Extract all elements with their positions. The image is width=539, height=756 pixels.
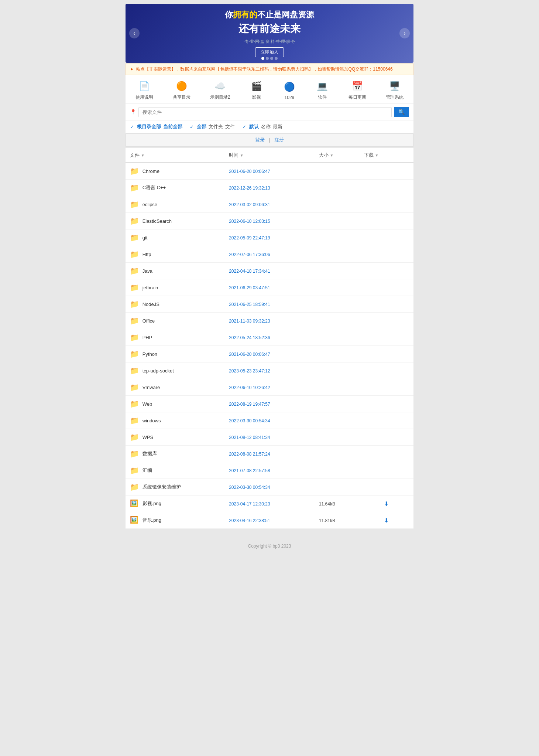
file-name[interactable]: Http [143, 252, 151, 257]
file-size-cell [315, 462, 360, 479]
file-name[interactable]: 系统镜像安装维护 [143, 484, 181, 490]
banner-subtitle: ·专·业·网·盘·资·料·整·理·服·务 [225, 39, 314, 44]
notice-icon: ● [130, 67, 133, 72]
quick-link-video[interactable]: 🎬 影视 [250, 79, 263, 101]
folder-icon: 📁 [130, 399, 139, 408]
quick-link-daily[interactable]: 📅 每日更新 [349, 79, 366, 101]
file-name[interactable]: C语言 C++ [143, 185, 166, 190]
file-size: 11.64kB [319, 501, 335, 507]
share-icon: 🟠 [175, 79, 188, 93]
file-name[interactable]: eclipse [143, 202, 157, 207]
col-header-file[interactable]: 文件 ▼ [126, 148, 224, 163]
quick-link-1029[interactable]: 🔵 1029 [283, 80, 296, 100]
filter-sort-default[interactable]: 默认 [249, 123, 259, 130]
file-name[interactable]: Chrome [143, 168, 159, 174]
col-time-label: 时间 [229, 152, 238, 158]
download-cell [360, 296, 413, 313]
filter-sort-name[interactable]: 名称 [261, 123, 271, 130]
banner-dot-3[interactable] [270, 57, 273, 60]
auth-bar: 登录 | 注册 [126, 133, 413, 147]
col-header-time[interactable]: 时间 ▼ [224, 148, 315, 163]
quick-link-share[interactable]: 🟠 共享目录 [173, 79, 190, 101]
file-name[interactable]: jetbrain [143, 285, 158, 290]
file-time: 2023-04-16 22:38:51 [229, 518, 270, 523]
file-time: 2022-03-30 00:54:34 [229, 485, 270, 490]
file-icon: 🖼️ [130, 499, 139, 508]
banner-dot-2[interactable] [266, 57, 269, 60]
col-header-size[interactable]: 大小 ▼ [315, 148, 360, 163]
file-time-cell: 2021-06-25 18:59:41 [224, 296, 315, 313]
file-name[interactable]: 影视.png [143, 501, 161, 506]
download-cell [360, 329, 413, 346]
download-cell [360, 229, 413, 246]
folder-icon: 📁 [130, 416, 139, 425]
file-name[interactable]: Office [143, 318, 155, 324]
quick-link-admin[interactable]: 🖥️ 管理系统 [386, 79, 404, 101]
quick-link-usage[interactable]: 📄 使用说明 [135, 79, 153, 101]
file-name[interactable]: Web [143, 401, 152, 407]
filter-type-all[interactable]: 全部 [197, 123, 206, 130]
file-time: 2022-08-19 19:47:57 [229, 402, 270, 407]
file-time: 2021-06-29 03:47:51 [229, 285, 270, 290]
col-header-download[interactable]: 下载 ▼ [360, 148, 413, 163]
file-time: 2022-08-08 21:57:24 [229, 452, 270, 457]
filter-type-folder[interactable]: 文件夹 [209, 123, 223, 130]
filter-root-all[interactable]: 根目录全部 [137, 123, 161, 130]
file-name[interactable]: PHP [143, 335, 152, 340]
file-icon: 🖼️ [130, 516, 139, 525]
daily-icon: 📅 [351, 79, 364, 93]
file-time: 2023-04-17 12:30:23 [229, 501, 270, 507]
download-button[interactable]: ⬇ [384, 501, 389, 507]
file-size-cell [315, 412, 360, 429]
banner-join-button[interactable]: 立即加入 [255, 47, 284, 57]
file-time-cell: 2021-07-08 22:57:58 [224, 462, 315, 479]
quick-link-demo[interactable]: ☁️ 示例目录2 [210, 79, 230, 101]
filter-sort-newest[interactable]: 最新 [273, 123, 282, 130]
folder-icon: 📁 [130, 433, 139, 442]
file-size-cell [315, 313, 360, 329]
file-time: 2022-05-24 18:52:36 [229, 335, 270, 340]
search-input[interactable] [138, 107, 392, 117]
banner-dot-1[interactable] [261, 57, 264, 60]
quick-link-share-label: 共享目录 [173, 94, 190, 101]
file-name[interactable]: tcp-udp-socket [143, 368, 174, 374]
file-name[interactable]: Vmware [143, 385, 160, 390]
banner-prev-button[interactable]: ‹ [129, 28, 140, 38]
quick-link-software[interactable]: 💻 软件 [316, 79, 329, 101]
file-name[interactable]: 汇编 [143, 467, 152, 473]
table-row: 📁 tcp-udp-socket 2023-05-23 23:47:12 [126, 362, 413, 379]
admin-icon: 🖥️ [388, 79, 401, 93]
file-name[interactable]: Java [143, 268, 152, 274]
folder-icon: 📁 [130, 300, 139, 309]
table-row: 📁 系统镜像安装维护 2022-03-30 00:54:34 [126, 479, 413, 496]
file-time-cell: 2023-04-17 12:30:23 [224, 496, 315, 512]
file-name[interactable]: Python [143, 351, 157, 357]
download-cell [360, 196, 413, 213]
download-cell [360, 313, 413, 329]
scope-check-icon-1: ✓ [130, 124, 134, 130]
file-name[interactable]: git [143, 235, 148, 241]
file-name[interactable]: WPS [143, 435, 154, 440]
file-name[interactable]: windows [143, 418, 161, 423]
banner-next-button[interactable]: › [399, 28, 410, 38]
file-time: 2022-12-26 19:32:13 [229, 185, 270, 191]
filter-current-all[interactable]: 当前全部 [163, 123, 182, 130]
search-button[interactable]: 🔍 [394, 107, 409, 117]
file-time: 2022-06-10 12:03:15 [229, 219, 270, 224]
filter-type-file[interactable]: 文件 [225, 123, 235, 130]
banner-dot-4[interactable] [275, 57, 278, 60]
file-size-cell [315, 362, 360, 379]
filters-bar: ✓ 根目录全部 当前全部 ✓ 全部 文件夹 文件 ✓ 默认 名称 最新 [126, 120, 413, 133]
file-name[interactable]: 音乐.png [143, 517, 161, 523]
file-name[interactable]: 数据库 [143, 451, 157, 456]
table-row: 📁 git 2022-05-09 22:47:19 [126, 229, 413, 246]
col-file-sort-icon: ▼ [141, 153, 145, 157]
register-link[interactable]: 注册 [274, 137, 284, 143]
file-name[interactable]: ElasticSearch [143, 218, 172, 224]
download-button[interactable]: ⬇ [384, 517, 389, 524]
login-link[interactable]: 登录 [255, 137, 265, 143]
file-name[interactable]: NodeJS [143, 302, 159, 307]
folder-icon: 📁 [130, 383, 139, 392]
file-time: 2022-04-18 17:34:41 [229, 269, 270, 274]
table-row: 📁 ElasticSearch 2022-06-10 12:03:15 [126, 213, 413, 229]
